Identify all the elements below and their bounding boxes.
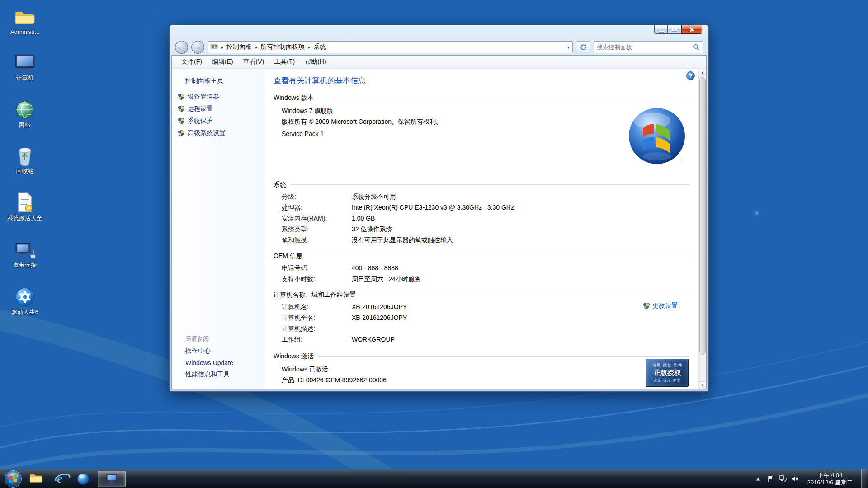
row-support-hours: 支持小时数: 周日至周六 24小时服务	[282, 275, 689, 283]
clock-date: 2016/12/6 星期二	[807, 479, 853, 486]
show-desktop-button[interactable]	[861, 469, 867, 488]
desktop-icon-driver-genius[interactable]: 驱动人生6	[5, 285, 44, 315]
windows-logo: ®	[627, 106, 687, 166]
sidebar-item-windows-update[interactable]: Windows Update	[185, 359, 233, 366]
sparkle	[756, 212, 758, 214]
back-button[interactable]: ←	[175, 41, 188, 54]
taskbar-browser-button[interactable]	[71, 470, 95, 488]
search-input[interactable]	[597, 44, 693, 51]
section-header: OEM 信息	[274, 251, 302, 260]
sidebar-see-also: 另请参阅 操作中心 Windows Update 性能信息和工具	[172, 335, 233, 383]
action-center-flag-icon[interactable]	[767, 475, 774, 483]
divider	[291, 184, 689, 185]
sidebar-item-action-center[interactable]: 操作中心	[185, 347, 233, 355]
rating-unavailable-link[interactable]: 系统分级不可用	[352, 192, 396, 201]
sidebar-item-performance-tools[interactable]: 性能信息和工具	[185, 371, 233, 379]
change-settings-link[interactable]: 更改设置	[643, 302, 678, 310]
section-header: Windows 激活	[274, 352, 314, 361]
close-icon	[689, 27, 694, 32]
menu-tools[interactable]: 工具(T)	[269, 56, 300, 68]
row-phone: 电话号码: 400 - 888 - 8888	[282, 264, 689, 272]
close-button[interactable]	[681, 25, 702, 34]
uac-shield-icon	[178, 117, 185, 125]
sidebar-item-control-panel-home[interactable]: 控制面板主页	[185, 77, 264, 85]
sidebar-item-advanced-system-settings[interactable]: 高级系统设置	[178, 129, 264, 137]
breadcrumb-all-items[interactable]: 所有控制面板项	[260, 43, 305, 51]
row-computer-name: 计算机名: XB-20161206JOPY	[282, 303, 689, 311]
volume-icon[interactable]	[791, 475, 799, 483]
learn-more-online-link[interactable]: 联机了解更多信息	[642, 388, 689, 389]
desktop-icon-recycle-bin[interactable]: 回收站	[5, 144, 44, 174]
section-header: Windows 版本	[274, 93, 314, 102]
sidebar-item-device-manager[interactable]: 设备管理器	[178, 93, 264, 101]
desktop-icon-label: 驱动人生6	[5, 309, 44, 315]
window-content: 文件(F) 编辑(E) 查看(V) 工具(T) 帮助(H) 控制面板主页 设备管…	[171, 55, 707, 389]
row-workgroup: 工作组: WORKGROUP	[282, 335, 689, 343]
genuine-windows-badge[interactable]: 使用 微软 软件 正版授权 安全 稳定 声誉	[646, 359, 689, 387]
badge-line: 正版授权	[646, 368, 688, 377]
scroll-up-arrow[interactable]: ▲	[699, 69, 706, 76]
taskbar-control-panel-button[interactable]	[98, 471, 126, 487]
menu-file[interactable]: 文件(F)	[176, 56, 207, 68]
taskbar-ie-button[interactable]: e	[48, 470, 71, 488]
broadband-monitor-icon	[5, 238, 44, 260]
forward-button[interactable]: →	[191, 41, 204, 54]
start-button[interactable]	[2, 469, 24, 488]
document-seal-icon	[5, 191, 44, 213]
address-dropdown-arrow-icon[interactable]: ▾	[567, 45, 570, 50]
see-also-header: 另请参阅	[185, 335, 233, 343]
breadcrumb-control-panel[interactable]: 控制面板	[226, 43, 252, 51]
breadcrumb-system[interactable]: 系统	[313, 43, 326, 51]
menu-bar: 文件(F) 编辑(E) 查看(V) 工具(T) 帮助(H)	[172, 56, 706, 69]
search-box[interactable]	[594, 41, 703, 53]
network-icon[interactable]	[779, 475, 787, 483]
desktop-icon-label: 宽带连接	[5, 262, 44, 268]
scrollbar-track[interactable]	[699, 76, 706, 381]
vertical-scrollbar[interactable]: ▲ ▼	[698, 69, 706, 389]
taskbar-explorer-button[interactable]	[24, 470, 48, 488]
desktop-icon-network[interactable]: 网络	[5, 98, 44, 128]
help-icon[interactable]: ?	[686, 71, 695, 80]
section-header: 系统	[274, 180, 286, 189]
menu-edit[interactable]: 编辑(E)	[207, 56, 238, 68]
uac-shield-icon	[643, 302, 650, 310]
sidebar-item-system-protection[interactable]: 系统保护	[178, 117, 264, 125]
uac-shield-icon	[178, 105, 185, 113]
desktop-icon-computer[interactable]: 计算机	[5, 51, 44, 81]
address-bar[interactable]: ▸ 控制面板 ▸ 所有控制面板项 ▸ 系统 ▾	[208, 41, 573, 53]
forward-arrow-icon: →	[194, 43, 202, 51]
system-window: ← → ▸ 控制面板 ▸ 所有控制面板项 ▸ 系统 ▾	[169, 25, 709, 392]
internet-explorer-icon: e	[57, 473, 62, 485]
uac-shield-icon	[178, 93, 185, 100]
hidden-icons-arrow[interactable]	[755, 475, 762, 483]
divider	[360, 295, 689, 295]
minimize-button[interactable]	[654, 25, 668, 34]
taskbar-clock[interactable]: 下午 4:04 2016/12/6 星期二	[803, 472, 857, 486]
minimize-icon	[659, 31, 664, 32]
row-pen-touch: 笔和触摸: 没有可用于此显示器的笔或触控输入	[282, 236, 689, 244]
badge-line: 使用 微软 软件	[646, 362, 688, 368]
menu-view[interactable]: 查看(V)	[238, 56, 269, 68]
computer-icon	[5, 51, 44, 73]
scroll-down-arrow[interactable]: ▼	[699, 381, 706, 389]
row-rating: 分级: 系统分级不可用	[282, 192, 689, 201]
search-icon[interactable]	[693, 44, 700, 51]
desktop-icon-label: 计算机	[5, 75, 44, 81]
sidebar: 控制面板主页 设备管理器 远程设置 系统保护	[172, 69, 264, 389]
menu-help[interactable]: 帮助(H)	[300, 56, 331, 68]
desktop-icon-broadband[interactable]: 宽带连接	[5, 238, 44, 268]
desktop-icon-administrator[interactable]: Administr...	[5, 5, 44, 35]
desktop-icon-system-activation[interactable]: 系统激活大全	[5, 191, 44, 221]
titlebar[interactable]	[170, 25, 708, 39]
recycle-bin-icon	[5, 144, 44, 166]
refresh-button[interactable]	[576, 41, 590, 53]
maximize-button[interactable]	[668, 25, 681, 34]
change-settings-label[interactable]: 更改设置	[652, 302, 678, 310]
row-computer-description: 计算机描述:	[282, 324, 689, 333]
sidebar-item-label: 系统保护	[188, 117, 213, 125]
scrollbar-thumb[interactable]	[699, 77, 706, 355]
system-tray: 下午 4:04 2016/12/6 星期二	[755, 469, 868, 488]
badge-line: 安全 稳定 声誉	[646, 378, 688, 383]
content-row: 控制面板主页 设备管理器 远程设置 系统保护	[172, 69, 706, 389]
sidebar-item-remote-settings[interactable]: 远程设置	[178, 105, 264, 113]
